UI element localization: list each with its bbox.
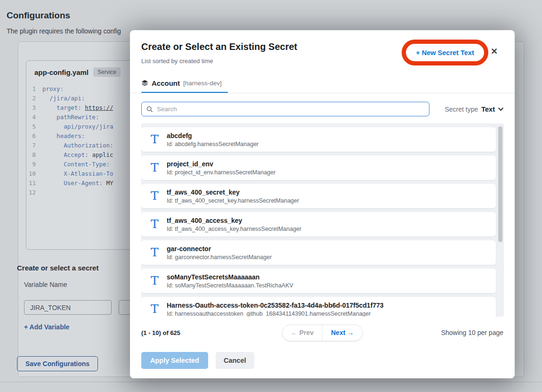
secret-list-item[interactable]: T tf_aws_400_secret_key Id: tf_aws_400_s… — [141, 184, 496, 208]
list-scrollbar[interactable] — [498, 126, 502, 314]
modal-title: Create or Select an Existing Secret — [141, 41, 297, 52]
per-page-label: Showing 10 per page — [441, 329, 503, 336]
modal-subtitle: List sorted by created time — [141, 57, 213, 65]
apply-selected-button[interactable]: Apply Selected — [141, 352, 208, 369]
pagination-range: (1 - 10) of 625 — [141, 329, 180, 336]
secret-list: T abcdefg Id: abcdefg.harnessSecretManag… — [141, 123, 504, 317]
secret-id: Id: tf_aws_400_access_key.harnessSecretM… — [167, 226, 301, 232]
text-secret-icon: T — [151, 246, 167, 259]
list-scrollbar-thumb[interactable] — [498, 126, 502, 242]
pager: ← Prev Next → — [282, 325, 363, 341]
chevron-down-icon — [498, 107, 503, 111]
tab-account-label: Account — [152, 79, 180, 87]
secret-id: Id: soManyTestSecretsMaaaaaan.TestRichaA… — [167, 282, 293, 289]
secret-list-item[interactable]: T Harness-Oauth-access-token-0c253582-fa… — [141, 297, 496, 317]
text-secret-icon: T — [151, 133, 167, 146]
secret-id: Id: abcdefg.harnessSecretManager — [167, 141, 259, 147]
cancel-button[interactable]: Cancel — [216, 352, 254, 369]
secret-name: soManyTestSecretsMaaaaaan — [167, 273, 293, 281]
secret-list-item[interactable]: T abcdefg Id: abcdefg.harnessSecretManag… — [141, 127, 496, 152]
text-secret-icon: T — [151, 275, 167, 287]
text-secret-icon: T — [151, 303, 167, 316]
secret-picker-modal: Create or Select an Existing Secret List… — [130, 30, 515, 378]
secret-name: tf_aws_400_secret_key — [167, 188, 299, 196]
secret-type-label: Secret type — [445, 106, 478, 113]
secret-type-value: Text — [481, 106, 495, 113]
layers-icon — [141, 80, 148, 87]
secret-list-item[interactable]: T soManyTestSecretsMaaaaaan Id: soManyTe… — [141, 269, 496, 293]
secret-id: Id: project_id_env.harnessSecretManager — [167, 169, 275, 176]
secret-type-dropdown[interactable]: Secret type Text — [445, 106, 503, 113]
search-box[interactable] — [141, 102, 429, 116]
secret-name: project_id_env — [167, 160, 275, 168]
tab-account[interactable]: Account [harness-dev] — [141, 79, 222, 87]
secret-list-item[interactable]: T tf_aws_400_access_key Id: tf_aws_400_a… — [141, 212, 496, 237]
secret-name: abcdefg — [167, 132, 259, 139]
secret-list-item[interactable]: T gar-connector Id: garconnector.harness… — [141, 240, 496, 265]
prev-page-button[interactable]: ← Prev — [283, 325, 323, 341]
search-icon — [146, 106, 153, 113]
secret-list-item[interactable]: T project_id_env Id: project_id_env.harn… — [141, 155, 496, 180]
close-icon[interactable]: ✕ — [491, 47, 498, 56]
annotation-red-circle: + New Secret Text — [402, 40, 488, 65]
secret-name: gar-connector — [167, 245, 272, 253]
secret-id: Id: harnessoauthaccesstoken_github_16843… — [167, 310, 384, 317]
secret-name: Harness-Oauth-access-token-0c253582-fa13… — [167, 302, 384, 309]
next-page-button[interactable]: Next → — [323, 325, 362, 341]
text-secret-icon: T — [151, 190, 167, 203]
text-secret-icon: T — [151, 218, 167, 231]
new-secret-text-button[interactable]: + New Secret Text — [416, 49, 474, 57]
text-secret-icon: T — [151, 162, 167, 174]
secret-id: Id: garconnector.harnessSecretManager — [167, 254, 272, 261]
tab-bottom-border — [130, 93, 515, 93]
secret-name: tf_aws_400_access_key — [167, 217, 301, 224]
secret-id: Id: tf_aws_400_secret_key.harnessSecretM… — [167, 197, 299, 204]
tab-account-scope: [harness-dev] — [183, 80, 222, 87]
search-input[interactable] — [157, 106, 424, 113]
